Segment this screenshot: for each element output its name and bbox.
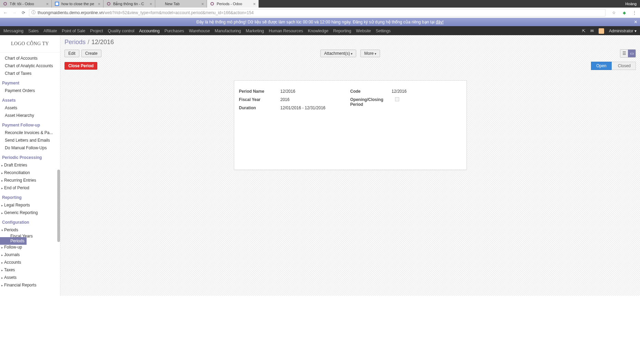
sidebar-item-chart-accounts[interactable]: Chart of Accounts — [0, 54, 60, 62]
notice-link[interactable]: đây! — [436, 20, 444, 24]
nav-hr[interactable]: Human Resources — [269, 27, 303, 35]
nav-warehouse[interactable]: Warehouse — [189, 27, 210, 35]
back-icon[interactable]: ← — [2, 9, 9, 16]
sidebar-item-payment-orders[interactable]: Payment Orders — [0, 87, 60, 94]
sidebar-item-chart-taxes[interactable]: Chart of Taxes — [0, 70, 60, 77]
sidebar-item-asset-hierarchy[interactable]: Asset Hierarchy — [0, 112, 60, 119]
close-icon[interactable]: × — [634, 18, 637, 26]
chat-icon[interactable]: ✉ — [590, 27, 594, 35]
label-code: Code — [350, 89, 392, 94]
nav-sales[interactable]: Sales — [28, 27, 39, 35]
breadcrumb-current: 12/2016 — [91, 39, 114, 46]
nav-reporting[interactable]: Reporting — [333, 27, 351, 35]
nav-knowledge[interactable]: Knowledge — [308, 27, 328, 35]
browser-tab-5-active[interactable]: Periods - Odoo × — [207, 0, 259, 8]
sidebar-head-reporting: Reporting — [0, 194, 60, 201]
reload-icon[interactable]: ⟳ — [20, 9, 27, 16]
url-path: /web?#id=52&view_type=form&model=account… — [104, 10, 254, 15]
sidebar-item-financial-reports[interactable]: Financial Reports — [0, 281, 60, 289]
close-period-button[interactable]: Close Period — [65, 62, 97, 70]
bookmark-star-icon[interactable]: ☆ — [610, 9, 617, 16]
sidebar-head-payment: Payment — [0, 79, 60, 87]
status-closed[interactable]: Closed — [612, 62, 636, 70]
nav-affiliate[interactable]: Affiliate — [43, 27, 57, 35]
url-host: thuongmaidientu.demo.erponline.vn — [38, 10, 104, 15]
browser-tab-3[interactable]: Bảng thông tin - C × — [104, 0, 155, 8]
site-info-icon[interactable]: ⓘ — [31, 10, 36, 16]
browser-tab-1[interactable]: Tới: tôi - Odoo × — [0, 0, 52, 8]
value-period-name: 12/2016 — [280, 89, 295, 94]
sidebar-sub-periods[interactable]: Periods — [0, 237, 27, 245]
form-sheet: Period Name 12/2016 Fiscal Year 2016 Dur… — [234, 80, 467, 170]
tab-label: how to close the pe — [61, 2, 96, 6]
create-button[interactable]: Create — [81, 50, 101, 57]
sidebar-item-follow-up[interactable]: Follow-up — [0, 243, 60, 251]
sidebar-item-generic-reporting[interactable]: Generic Reporting — [0, 209, 60, 216]
close-icon[interactable]: × — [46, 1, 49, 7]
sidebar-item-assets-config[interactable]: Assets — [0, 274, 60, 281]
main-nav: Messaging Sales Affiliate Point of Sale … — [0, 26, 640, 35]
sidebar-item-assets[interactable]: Assets — [0, 104, 60, 112]
close-icon[interactable]: × — [149, 1, 152, 7]
nav-marketing[interactable]: Marketing — [246, 27, 264, 35]
sidebar-item-reconcile-invoices[interactable]: Reconcile Invoices & Pa... — [0, 129, 60, 136]
browser-menu-icon[interactable]: ⋮ — [631, 9, 638, 16]
label-opening-closing: Opening/Closing Period — [350, 97, 395, 107]
sidebar-item-manual-followups[interactable]: Do Manual Follow-Ups — [0, 144, 60, 152]
status-open[interactable]: Open — [591, 62, 611, 70]
list-view-icon[interactable]: ☰ — [620, 50, 628, 57]
content-area: Periods / 12/2016 Edit Create Attachment… — [60, 35, 640, 296]
value-opening-closing — [395, 97, 399, 107]
sidebar-scrollbar[interactable] — [57, 170, 60, 242]
sidebar-item-end-of-period[interactable]: End of Period — [0, 184, 60, 192]
browser-profile-name[interactable]: Hoàng — [622, 0, 640, 8]
sidebar-item-chart-analytic[interactable]: Chart of Analytic Accounts — [0, 62, 60, 70]
sidebar-item-journals[interactable]: Journals — [0, 251, 60, 259]
breadcrumb: Periods / 12/2016 — [60, 35, 640, 48]
extension-icon[interactable]: ◆ — [621, 9, 628, 16]
status-bar: Open Closed — [591, 62, 636, 70]
share-icon[interactable]: ⇱ — [582, 27, 585, 35]
user-menu[interactable]: Administrator ▾ — [609, 27, 637, 35]
nav-settings[interactable]: Settings — [376, 27, 391, 35]
nav-messaging[interactable]: Messaging — [3, 27, 23, 35]
sidebar-item-send-letters[interactable]: Send Letters and Emails — [0, 136, 60, 144]
odoo-favicon-icon — [106, 1, 111, 6]
sidebar-item-legal-reports[interactable]: Legal Reports — [0, 201, 60, 209]
attachments-button[interactable]: Attachment(s) — [320, 50, 356, 57]
forward-icon[interactable]: → — [11, 9, 18, 16]
sidebar-item-reconciliation[interactable]: Reconciliation — [0, 169, 60, 176]
sidebar-item-taxes[interactable]: Taxes — [0, 266, 60, 274]
tab-label: Tới: tôi - Odoo — [10, 2, 45, 6]
breadcrumb-separator: / — [88, 39, 89, 46]
sidebar-item-accounts[interactable]: Accounts — [0, 259, 60, 266]
nav-quality-control[interactable]: Quality control — [108, 27, 135, 35]
close-icon[interactable]: × — [253, 1, 256, 7]
nav-accounting[interactable]: Accounting — [139, 27, 159, 35]
checkbox-disabled-icon — [395, 97, 399, 101]
sidebar-item-draft-entries[interactable]: Draft Entries — [0, 161, 60, 169]
browser-tab-4[interactable]: New Tab × — [155, 0, 207, 8]
value-duration: 12/01/2016 - 12/31/2016 — [280, 105, 326, 110]
nav-manufacturing[interactable]: Manufacturing — [215, 27, 241, 35]
left-sidebar: LOGO CÔNG TY Chart of Accounts Chart of … — [0, 35, 60, 296]
close-icon[interactable]: × — [98, 1, 100, 7]
browser-tab-2[interactable]: how to close the pe × — [52, 0, 104, 8]
edit-button[interactable]: Edit — [65, 50, 79, 57]
url-bar[interactable]: ⓘ thuongmaidientu.demo.erponline.vn/web?… — [29, 9, 605, 17]
close-icon[interactable]: × — [201, 1, 204, 7]
nav-purchases[interactable]: Purchases — [165, 27, 184, 35]
duration-to: 12/31/2016 — [305, 105, 325, 110]
sidebar-head-periodic: Periodic Processing — [0, 154, 60, 161]
nav-project[interactable]: Project — [90, 27, 103, 35]
more-button[interactable]: More — [361, 50, 380, 57]
sidebar-head-configuration: Configuration — [0, 219, 60, 226]
sidebar-item-recurring-entries[interactable]: Recurring Entries — [0, 176, 60, 184]
breadcrumb-root[interactable]: Periods — [65, 39, 86, 46]
nav-website[interactable]: Website — [356, 27, 371, 35]
tab-label: New Tab — [165, 2, 200, 6]
nav-point-of-sale[interactable]: Point of Sale — [62, 27, 85, 35]
form-view-icon[interactable]: ▭ — [628, 50, 636, 57]
stackexchange-favicon-icon — [55, 1, 59, 6]
label-period-name: Period Name — [239, 89, 280, 94]
